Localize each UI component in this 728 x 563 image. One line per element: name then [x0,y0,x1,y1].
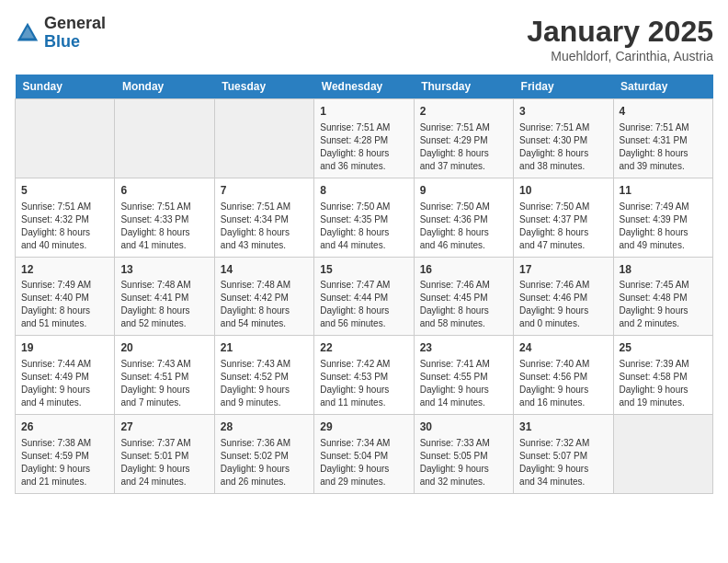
day-number: 26 [21,419,108,435]
calendar-week-row: 26Sunrise: 7:38 AM Sunset: 4:59 PM Dayli… [16,415,713,494]
calendar-cell: 29Sunrise: 7:34 AM Sunset: 5:04 PM Dayli… [314,415,414,494]
calendar-cell: 7Sunrise: 7:51 AM Sunset: 4:34 PM Daylig… [214,178,313,257]
day-info: Sunrise: 7:49 AM Sunset: 4:39 PM Dayligh… [620,201,707,252]
weekday-header-row: SundayMondayTuesdayWednesdayThursdayFrid… [16,75,713,99]
day-info: Sunrise: 7:45 AM Sunset: 4:48 PM Dayligh… [620,279,707,330]
title-block: January 2025 Muehldorf, Carinthia, Austr… [527,15,713,63]
day-number: 17 [519,262,607,278]
calendar-cell [115,99,214,178]
calendar-cell: 15Sunrise: 7:47 AM Sunset: 4:44 PM Dayli… [314,257,414,336]
day-info: Sunrise: 7:46 AM Sunset: 4:45 PM Dayligh… [420,279,507,330]
day-info: Sunrise: 7:51 AM Sunset: 4:33 PM Dayligh… [120,201,208,252]
weekday-header: Tuesday [214,75,313,99]
day-info: Sunrise: 7:33 AM Sunset: 5:05 PM Dayligh… [420,437,507,488]
month-title: January 2025 [527,15,713,49]
location: Muehldorf, Carinthia, Austria [527,49,713,63]
calendar-cell: 25Sunrise: 7:39 AM Sunset: 4:58 PM Dayli… [613,336,712,415]
day-number: 13 [120,262,208,278]
calendar-cell: 17Sunrise: 7:46 AM Sunset: 4:46 PM Dayli… [514,257,613,336]
calendar-cell: 30Sunrise: 7:33 AM Sunset: 5:05 PM Dayli… [414,415,513,494]
day-info: Sunrise: 7:40 AM Sunset: 4:56 PM Dayligh… [519,358,607,409]
day-number: 11 [620,183,707,199]
calendar-cell: 18Sunrise: 7:45 AM Sunset: 4:48 PM Dayli… [613,257,712,336]
calendar-cell: 26Sunrise: 7:38 AM Sunset: 4:59 PM Dayli… [16,415,115,494]
day-number: 12 [21,262,108,278]
calendar-cell: 9Sunrise: 7:50 AM Sunset: 4:36 PM Daylig… [414,178,513,257]
day-info: Sunrise: 7:51 AM Sunset: 4:30 PM Dayligh… [519,121,607,173]
day-info: Sunrise: 7:50 AM Sunset: 4:35 PM Dayligh… [320,201,407,252]
day-info: Sunrise: 7:39 AM Sunset: 4:58 PM Dayligh… [620,358,707,409]
logo-blue: Blue [44,33,106,52]
day-number: 10 [519,183,607,199]
calendar-cell: 10Sunrise: 7:50 AM Sunset: 4:37 PM Dayli… [514,178,613,257]
calendar-week-row: 19Sunrise: 7:44 AM Sunset: 4:49 PM Dayli… [16,336,713,415]
day-info: Sunrise: 7:36 AM Sunset: 5:02 PM Dayligh… [221,437,308,488]
day-number: 16 [420,262,507,278]
day-info: Sunrise: 7:34 AM Sunset: 5:04 PM Dayligh… [320,437,407,488]
day-info: Sunrise: 7:46 AM Sunset: 4:46 PM Dayligh… [519,279,607,330]
day-number: 21 [221,340,308,356]
day-number: 7 [221,183,308,199]
calendar-cell: 6Sunrise: 7:51 AM Sunset: 4:33 PM Daylig… [115,178,214,257]
weekday-header: Sunday [16,75,115,99]
calendar-cell: 31Sunrise: 7:32 AM Sunset: 5:07 PM Dayli… [514,415,613,494]
logo: General Blue [15,15,106,52]
weekday-header: Wednesday [314,75,414,99]
calendar-cell: 4Sunrise: 7:51 AM Sunset: 4:31 PM Daylig… [613,99,712,178]
calendar-cell: 13Sunrise: 7:48 AM Sunset: 4:41 PM Dayli… [115,257,214,336]
day-number: 18 [620,262,707,278]
day-number: 20 [120,340,208,356]
weekday-header: Monday [115,75,214,99]
calendar-week-row: 5Sunrise: 7:51 AM Sunset: 4:32 PM Daylig… [16,178,713,257]
day-info: Sunrise: 7:43 AM Sunset: 4:52 PM Dayligh… [221,358,308,409]
day-info: Sunrise: 7:37 AM Sunset: 5:01 PM Dayligh… [120,437,208,488]
day-info: Sunrise: 7:50 AM Sunset: 4:36 PM Dayligh… [420,201,507,252]
day-info: Sunrise: 7:42 AM Sunset: 4:53 PM Dayligh… [320,358,407,409]
calendar-week-row: 12Sunrise: 7:49 AM Sunset: 4:40 PM Dayli… [16,257,713,336]
calendar-cell: 11Sunrise: 7:49 AM Sunset: 4:39 PM Dayli… [613,178,712,257]
day-info: Sunrise: 7:38 AM Sunset: 4:59 PM Dayligh… [21,437,108,488]
day-number: 23 [420,340,507,356]
weekday-header: Friday [514,75,613,99]
weekday-header: Thursday [414,75,513,99]
day-info: Sunrise: 7:51 AM Sunset: 4:32 PM Dayligh… [21,201,108,252]
calendar-cell: 22Sunrise: 7:42 AM Sunset: 4:53 PM Dayli… [314,336,414,415]
calendar-cell: 20Sunrise: 7:43 AM Sunset: 4:51 PM Dayli… [115,336,214,415]
day-info: Sunrise: 7:32 AM Sunset: 5:07 PM Dayligh… [519,437,607,488]
calendar-cell: 14Sunrise: 7:48 AM Sunset: 4:42 PM Dayli… [214,257,313,336]
calendar-cell: 23Sunrise: 7:41 AM Sunset: 4:55 PM Dayli… [414,336,513,415]
day-info: Sunrise: 7:51 AM Sunset: 4:29 PM Dayligh… [420,121,507,173]
day-number: 28 [221,419,308,435]
day-info: Sunrise: 7:49 AM Sunset: 4:40 PM Dayligh… [21,279,108,330]
logo-general: General [44,15,106,33]
day-info: Sunrise: 7:51 AM Sunset: 4:31 PM Dayligh… [620,121,707,173]
calendar-cell: 27Sunrise: 7:37 AM Sunset: 5:01 PM Dayli… [115,415,214,494]
calendar-cell: 5Sunrise: 7:51 AM Sunset: 4:32 PM Daylig… [16,178,115,257]
calendar-cell [214,99,313,178]
day-number: 2 [420,104,507,120]
calendar-cell: 12Sunrise: 7:49 AM Sunset: 4:40 PM Dayli… [16,257,115,336]
day-info: Sunrise: 7:48 AM Sunset: 4:42 PM Dayligh… [221,279,308,330]
weekday-header: Saturday [613,75,712,99]
day-number: 19 [21,340,108,356]
day-info: Sunrise: 7:48 AM Sunset: 4:41 PM Dayligh… [120,279,208,330]
day-number: 22 [320,340,407,356]
day-number: 31 [519,419,607,435]
day-info: Sunrise: 7:51 AM Sunset: 4:34 PM Dayligh… [221,201,308,252]
logo-icon [15,20,40,46]
day-number: 14 [221,262,308,278]
day-info: Sunrise: 7:51 AM Sunset: 4:28 PM Dayligh… [320,121,407,173]
day-info: Sunrise: 7:47 AM Sunset: 4:44 PM Dayligh… [320,279,407,330]
calendar-cell: 28Sunrise: 7:36 AM Sunset: 5:02 PM Dayli… [214,415,313,494]
calendar-cell: 16Sunrise: 7:46 AM Sunset: 4:45 PM Dayli… [414,257,513,336]
calendar-cell: 2Sunrise: 7:51 AM Sunset: 4:29 PM Daylig… [414,99,513,178]
day-number: 4 [620,104,707,120]
calendar-week-row: 1Sunrise: 7:51 AM Sunset: 4:28 PM Daylig… [16,99,713,178]
calendar-cell: 3Sunrise: 7:51 AM Sunset: 4:30 PM Daylig… [514,99,613,178]
calendar-cell: 8Sunrise: 7:50 AM Sunset: 4:35 PM Daylig… [314,178,414,257]
calendar-cell: 19Sunrise: 7:44 AM Sunset: 4:49 PM Dayli… [16,336,115,415]
day-number: 29 [320,419,407,435]
logo-text: General Blue [44,15,106,52]
calendar: SundayMondayTuesdayWednesdayThursdayFrid… [15,75,713,494]
day-number: 27 [120,419,208,435]
